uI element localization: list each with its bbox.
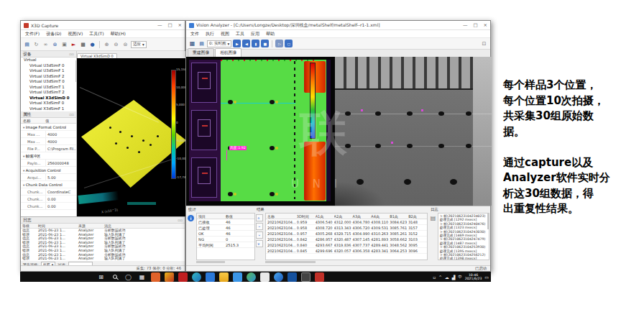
- property-group[interactable]: 帧缓冲区: [21, 152, 76, 160]
- property-row[interactable]: Paylo...256000048: [21, 160, 76, 167]
- results-row[interactable]: 20210623104...0.8424286.9574320.4874307.…: [266, 237, 427, 242]
- device-tree-item[interactable]: Virtual U3dSimF 2: [21, 74, 77, 80]
- tab-camera-image[interactable]: 相机图像: [215, 48, 242, 57]
- stats-row[interactable]: 已接收46: [197, 219, 254, 225]
- source-dropdown[interactable]: 0: 实时图 ▾: [207, 40, 231, 47]
- results-row[interactable]: 20210623104...0.9584308.7204313.3434306.…: [266, 225, 427, 231]
- device-tree-item[interactable]: Virtual U3dSimT 0: [21, 79, 77, 85]
- active-app-icon[interactable]: [301, 272, 310, 282]
- close-icon[interactable]: ×: [484, 22, 487, 28]
- tray-overflow-icon[interactable]: ▫: [433, 275, 436, 280]
- zoom-in-icon[interactable]: ⊕: [103, 40, 111, 48]
- device-tree-root[interactable]: Virtual: [21, 58, 77, 63]
- stats-hscrollbar[interactable]: [196, 261, 225, 263]
- property-row[interactable]: Chunk...0.00: [21, 203, 76, 210]
- start-button[interactable]: ⊞: [96, 272, 106, 282]
- pointcloud-3d-view[interactable]: 15,150.2 10,000 5,000 0 -5,000 -10,000 -…: [77, 58, 186, 216]
- menu-view[interactable]: 视图: [221, 31, 229, 37]
- prev-row-button[interactable]: ‹: [256, 223, 263, 230]
- last-row-button[interactable]: »: [256, 240, 263, 247]
- zoom-fit-icon[interactable]: ⊜: [121, 40, 129, 48]
- taskbar-app-icon[interactable]: [151, 272, 160, 282]
- device-tree-item[interactable]: Virtual U3dSimF 1: [21, 68, 77, 74]
- save-icon[interactable]: ▤: [23, 40, 31, 48]
- fit-screen-icon[interactable]: ⊡: [480, 40, 488, 47]
- stats-row[interactable]: OK46: [197, 231, 254, 237]
- results-hscrollbar[interactable]: [265, 261, 316, 263]
- property-row[interactable]: Chunk...0.00: [21, 196, 76, 203]
- notification-center-icon[interactable]: ▭: [484, 275, 489, 280]
- minimize-icon[interactable]: —: [157, 22, 162, 28]
- property-row[interactable]: Chunk...CoordinateC: [21, 188, 76, 196]
- maximize-icon[interactable]: □: [473, 22, 477, 28]
- refresh-icon[interactable]: ↻: [32, 40, 40, 48]
- task-view-icon[interactable]: ▦: [137, 272, 147, 282]
- camera-image-view[interactable]: [335, 57, 492, 206]
- menu-file[interactable]: 文件: [190, 31, 199, 37]
- onedrive-cloud-icon[interactable]: ☁: [445, 275, 449, 280]
- ime-indicator[interactable]: 中: [458, 275, 462, 280]
- device-tree-item[interactable]: Virtual U3dSimT 1: [21, 85, 77, 91]
- stats-row[interactable]: 平均时间2515.3: [197, 242, 254, 248]
- log-row[interactable]: 错误2021-06-23 1...Analyzer输入队列满了: [21, 257, 185, 261]
- link-icon[interactable]: ⊛: [51, 40, 59, 48]
- results-row[interactable]: 20210623104...0.9594306.5404312.0004304.…: [266, 219, 427, 225]
- taskbar-app-icon[interactable]: [260, 272, 270, 282]
- panel-buttons-icon[interactable]: ▫▫: [69, 112, 74, 116]
- taskbar-clock[interactable]: 10:46 2021/6/23: [465, 273, 482, 281]
- record-video-icon[interactable]: ►: [70, 40, 78, 48]
- mail-app-icon[interactable]: [206, 272, 215, 282]
- results-row[interactable]: 20210623104...0.8454299.6964320.0574306.…: [266, 248, 427, 254]
- menu-apps[interactable]: 应用: [251, 31, 259, 37]
- taskbar-app-icon[interactable]: [247, 272, 256, 282]
- results-row[interactable]: 20210623104...0.8404293.6674319.8364307.…: [266, 242, 427, 248]
- property-group[interactable]: Acquisition Control: [21, 167, 76, 174]
- view-tab[interactable]: Virtual X3dSimD 0: [77, 53, 117, 58]
- search-icon[interactable]: [110, 272, 119, 282]
- log-vscrollbar[interactable]: [487, 214, 489, 229]
- pause-button[interactable]: ▮: [252, 40, 259, 47]
- panel-buttons-icon[interactable]: ▫▫: [178, 218, 183, 222]
- menu-tools[interactable]: 工具: [236, 31, 244, 37]
- menu-help[interactable]: 帮助(H): [111, 31, 126, 37]
- taskbar-app-icon[interactable]: [165, 272, 174, 282]
- device-tree-item[interactable]: Virtual U3dSimT 2: [21, 90, 77, 96]
- device-tree-item[interactable]: Virtual X3dSimF 0: [21, 101, 77, 106]
- stats-row[interactable]: 已处理46: [197, 225, 254, 231]
- stats-row[interactable]: NG0: [197, 237, 254, 242]
- taskbar-app-icon[interactable]: [315, 272, 324, 282]
- zoom-out-icon[interactable]: ⊖: [112, 40, 120, 48]
- tab-reconstructed-image[interactable]: 重建图像: [188, 48, 214, 57]
- run-button[interactable]: ▶: [233, 40, 241, 47]
- menu-device[interactable]: 设备(D): [46, 31, 61, 37]
- property-group[interactable]: Chunk Data Control: [21, 181, 76, 188]
- photos-app-icon[interactable]: [233, 272, 242, 282]
- menu-run[interactable]: 执行: [206, 31, 214, 37]
- step-button[interactable]: ▷: [275, 40, 283, 47]
- results-row[interactable]: 20210623104...0.9574305.2684329.7154304.…: [266, 231, 427, 237]
- open-folder-icon[interactable]: ▦: [188, 40, 196, 47]
- maximize-icon[interactable]: □: [167, 22, 172, 28]
- file-explorer-icon[interactable]: [219, 272, 229, 282]
- taskbar-app-icon[interactable]: [274, 272, 283, 282]
- network-signal-icon[interactable]: ▟: [452, 275, 456, 280]
- next-row-button[interactable]: ›: [256, 231, 263, 239]
- settings-button[interactable]: ◻: [285, 40, 293, 47]
- close-icon[interactable]: ×: [178, 22, 182, 28]
- menu-file[interactable]: 文件(F): [25, 31, 40, 37]
- tray-chevron-icon[interactable]: ^: [438, 275, 441, 279]
- printer-icon[interactable]: ▤: [430, 215, 436, 221]
- device-tree-item-selected[interactable]: Virtual X3dSimD 0: [21, 96, 77, 101]
- analyzer-log-list[interactable]: > 帧(20210623104234023)处理完成 [1292 msecs] …: [438, 213, 489, 260]
- menu-tools[interactable]: 工具(T): [89, 31, 104, 37]
- minimize-icon[interactable]: —: [463, 22, 468, 28]
- acquire-icon[interactable]: ●: [88, 40, 96, 48]
- menu-help[interactable]: 帮助: [266, 31, 275, 37]
- first-row-button[interactable]: «: [256, 214, 263, 221]
- edge-browser-icon[interactable]: [192, 272, 201, 282]
- taskbar-app-icon[interactable]: [288, 272, 297, 282]
- device-tree-item[interactable]: Virtual U3dSimF 0: [21, 63, 77, 69]
- panel-buttons-icon[interactable]: ▫▫: [69, 52, 74, 56]
- snapshot-icon[interactable]: ▣: [60, 40, 68, 48]
- taskbar-app-icon[interactable]: [178, 272, 188, 282]
